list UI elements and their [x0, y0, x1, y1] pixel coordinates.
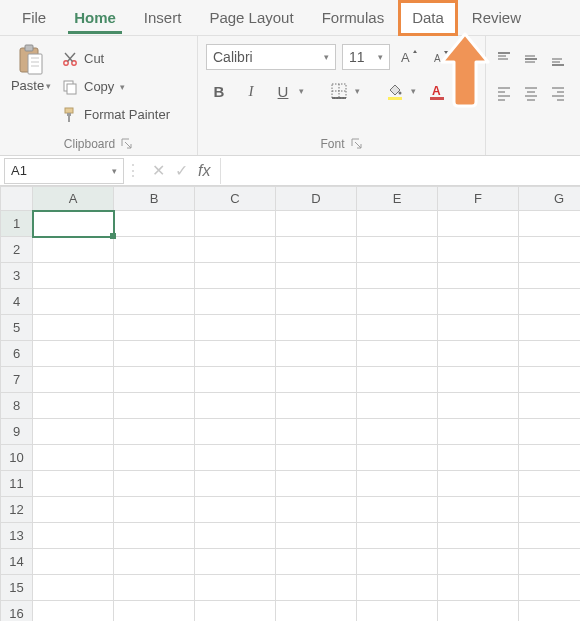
tab-page-layout[interactable]: Page Layout	[195, 0, 307, 36]
cell[interactable]	[195, 575, 276, 601]
cell[interactable]	[438, 419, 519, 445]
cell[interactable]	[276, 497, 357, 523]
row-header[interactable]: 9	[1, 419, 33, 445]
increase-font-button[interactable]: A	[396, 44, 422, 70]
cell[interactable]	[519, 445, 581, 471]
cut-button[interactable]: Cut	[62, 48, 170, 70]
cell[interactable]	[114, 419, 195, 445]
cell[interactable]	[195, 445, 276, 471]
cell[interactable]	[276, 289, 357, 315]
cell[interactable]	[276, 419, 357, 445]
cell[interactable]	[195, 341, 276, 367]
cell[interactable]	[438, 497, 519, 523]
col-header[interactable]: G	[519, 187, 581, 211]
cell[interactable]	[195, 263, 276, 289]
cell[interactable]	[438, 523, 519, 549]
cell[interactable]	[114, 523, 195, 549]
row-header[interactable]: 4	[1, 289, 33, 315]
cell[interactable]	[519, 419, 581, 445]
cell[interactable]	[519, 237, 581, 263]
cell[interactable]	[438, 237, 519, 263]
cell[interactable]	[33, 289, 114, 315]
cell[interactable]	[519, 393, 581, 419]
cell[interactable]	[519, 575, 581, 601]
align-left-button[interactable]	[494, 80, 515, 106]
copy-button[interactable]: Copy ▾	[62, 76, 170, 98]
tab-review[interactable]: Review	[458, 0, 535, 36]
cell[interactable]	[438, 601, 519, 622]
row-header[interactable]: 3	[1, 263, 33, 289]
cell[interactable]	[519, 315, 581, 341]
cell[interactable]	[114, 471, 195, 497]
cell[interactable]	[519, 289, 581, 315]
cell[interactable]	[114, 445, 195, 471]
cell[interactable]	[114, 315, 195, 341]
cell[interactable]	[33, 237, 114, 263]
cell[interactable]	[357, 315, 438, 341]
col-header[interactable]: B	[114, 187, 195, 211]
cell[interactable]	[33, 211, 114, 237]
select-all-corner[interactable]	[1, 187, 33, 211]
cell[interactable]	[357, 237, 438, 263]
col-header[interactable]: F	[438, 187, 519, 211]
cell[interactable]	[195, 471, 276, 497]
align-bottom-button[interactable]	[547, 46, 568, 72]
cell[interactable]	[276, 523, 357, 549]
cell[interactable]	[357, 601, 438, 622]
chevron-down-icon[interactable]: ▾	[296, 86, 306, 96]
tab-file[interactable]: File	[8, 0, 60, 36]
cell[interactable]	[33, 497, 114, 523]
cell[interactable]	[114, 341, 195, 367]
cell[interactable]	[276, 211, 357, 237]
cell[interactable]	[33, 575, 114, 601]
enter-formula-icon[interactable]: ✓	[175, 161, 188, 180]
tab-home[interactable]: Home	[60, 0, 130, 36]
formula-input[interactable]	[220, 158, 580, 184]
cell[interactable]	[195, 289, 276, 315]
cell[interactable]	[195, 549, 276, 575]
tab-formulas[interactable]: Formulas	[308, 0, 399, 36]
cell[interactable]	[33, 341, 114, 367]
cell[interactable]	[357, 445, 438, 471]
cell[interactable]	[519, 523, 581, 549]
cell[interactable]	[357, 575, 438, 601]
cell[interactable]	[33, 315, 114, 341]
paste-button[interactable]: Paste▾	[8, 40, 54, 133]
cell[interactable]	[357, 523, 438, 549]
align-center-button[interactable]	[521, 80, 542, 106]
cell[interactable]	[195, 601, 276, 622]
col-header[interactable]: D	[276, 187, 357, 211]
row-header[interactable]: 15	[1, 575, 33, 601]
chevron-down-icon[interactable]: ▾	[408, 86, 418, 96]
cell[interactable]	[195, 393, 276, 419]
format-painter-button[interactable]: Format Painter	[62, 104, 170, 126]
fill-color-button[interactable]	[382, 78, 408, 104]
cell[interactable]	[357, 419, 438, 445]
row-header[interactable]: 10	[1, 445, 33, 471]
cell[interactable]	[519, 497, 581, 523]
chevron-down-icon[interactable]: ▾	[352, 86, 362, 96]
cell[interactable]	[519, 601, 581, 622]
cell[interactable]	[114, 549, 195, 575]
cell[interactable]	[114, 289, 195, 315]
italic-button[interactable]: I	[238, 78, 264, 104]
cell[interactable]	[438, 341, 519, 367]
row-header[interactable]: 7	[1, 367, 33, 393]
cell[interactable]	[114, 601, 195, 622]
font-size-select[interactable]: 11 ▾	[342, 44, 390, 70]
align-top-button[interactable]	[494, 46, 515, 72]
cell[interactable]	[519, 471, 581, 497]
cell[interactable]	[33, 367, 114, 393]
col-header[interactable]: E	[357, 187, 438, 211]
cell[interactable]	[33, 549, 114, 575]
worksheet-grid[interactable]: A B C D E F G 12345678910111213141516	[0, 186, 580, 621]
cell[interactable]	[195, 523, 276, 549]
row-header[interactable]: 11	[1, 471, 33, 497]
row-header[interactable]: 2	[1, 237, 33, 263]
cell[interactable]	[114, 393, 195, 419]
cell[interactable]	[519, 211, 581, 237]
bold-button[interactable]: B	[206, 78, 232, 104]
cell[interactable]	[33, 445, 114, 471]
cell[interactable]	[438, 263, 519, 289]
cell[interactable]	[519, 341, 581, 367]
